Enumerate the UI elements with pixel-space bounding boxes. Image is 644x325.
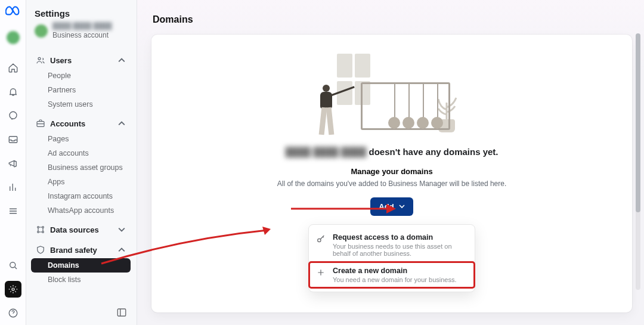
avatar[interactable] <box>7 31 20 44</box>
empty-state-subheading: Manage your domains <box>351 167 432 176</box>
sidebar-item-instagram-accounts[interactable]: Instagram accounts <box>31 189 131 203</box>
svg-point-3 <box>12 288 14 290</box>
svg-point-9 <box>38 231 39 233</box>
page-title: Domains <box>153 14 632 25</box>
domains-card: ████ ████ ████ doesn't have any domains … <box>151 35 632 312</box>
empty-state-title: ████ ████ ████ doesn't have any domains … <box>285 147 498 157</box>
briefcase-icon <box>36 119 45 128</box>
sidebar-group-label: Accounts <box>50 119 85 128</box>
bars-icon[interactable] <box>7 181 19 193</box>
settings-icon[interactable] <box>5 281 21 298</box>
chat-icon[interactable] <box>7 110 19 122</box>
key-icon <box>316 234 327 245</box>
empty-state-desc: All of the domains you've added to Busin… <box>277 179 507 188</box>
megaphone-icon[interactable] <box>7 157 19 169</box>
sidebar-group-users[interactable]: Users <box>31 52 131 69</box>
empty-state-illustration <box>314 51 469 135</box>
plus-icon <box>316 268 327 278</box>
business-switcher[interactable]: ████ ████ ████ Business account <box>31 21 131 48</box>
menu-icon[interactable] <box>7 205 19 217</box>
sidebar-group-label: Brand safety <box>50 246 97 255</box>
chevron-icon <box>117 246 126 254</box>
svg-point-12 <box>318 239 321 242</box>
sidebar-group-data-sources[interactable]: Data sources <box>31 221 131 238</box>
add-button[interactable]: Add <box>370 197 413 216</box>
scrollbar[interactable] <box>636 33 640 290</box>
sidebar-title: Settings <box>35 8 70 18</box>
svg-point-5 <box>38 57 41 60</box>
menu-item-title: Create a new domain <box>333 267 457 275</box>
sidebar-item-apps[interactable]: Apps <box>31 175 131 189</box>
shield-icon <box>36 245 45 255</box>
nav-rail <box>0 0 26 325</box>
users-icon <box>36 55 45 65</box>
inbox-icon[interactable] <box>7 134 19 146</box>
menu-item-create-domain[interactable]: Create a new domainYou need a new domain… <box>309 262 475 288</box>
sidebar-group-label: Users <box>50 56 72 65</box>
chevron-icon <box>117 119 126 128</box>
sidebar-item-people[interactable]: People <box>31 69 131 83</box>
bell-icon[interactable] <box>7 86 19 98</box>
sidebar-group-brand-safety[interactable]: Brand safety <box>31 242 131 258</box>
datasource-icon <box>36 225 45 234</box>
sidebar-group-accounts[interactable]: Accounts <box>31 115 131 132</box>
help-icon[interactable] <box>7 307 19 319</box>
sidebar: Settings ████ ████ ████ Business account… <box>26 0 137 325</box>
menu-item-desc: Your business needs to use this asset on… <box>333 243 464 257</box>
menu-item-title: Request access to a domain <box>333 233 464 242</box>
svg-point-0 <box>10 112 17 119</box>
business-type: Business account <box>52 31 109 39</box>
svg-point-8 <box>42 227 44 228</box>
svg-point-7 <box>38 227 39 228</box>
business-avatar <box>35 24 48 38</box>
chevron-icon <box>117 56 126 64</box>
menu-item-desc: You need a new domain for your business. <box>333 276 457 283</box>
sidebar-item-ad-accounts[interactable]: Ad accounts <box>31 146 131 160</box>
sidebar-group-label: Data sources <box>50 225 99 234</box>
sidebar-item-whatsapp-accounts[interactable]: WhatsApp accounts <box>31 203 131 218</box>
home-icon[interactable] <box>7 62 19 74</box>
sidebar-item-partners[interactable]: Partners <box>31 83 131 97</box>
sidebar-item-pages[interactable]: Pages <box>31 132 131 146</box>
sidebar-item-block-lists[interactable]: Block lists <box>31 273 131 287</box>
business-name: ████ ████ ████ <box>52 22 112 29</box>
svg-rect-1 <box>9 137 17 143</box>
chevron-icon <box>117 225 126 234</box>
svg-point-2 <box>10 262 15 268</box>
menu-item-request-access[interactable]: Request access to a domainYour business … <box>309 228 475 262</box>
add-dropdown: Request access to a domainYour business … <box>308 224 475 292</box>
search-icon[interactable] <box>7 259 19 271</box>
collapse-panel-icon[interactable] <box>116 307 128 319</box>
main-content: Domains <box>137 0 644 325</box>
svg-rect-11 <box>117 309 126 316</box>
add-button-label: Add <box>379 202 394 211</box>
chevron-down-icon <box>399 202 405 211</box>
svg-point-10 <box>42 231 44 233</box>
meta-logo <box>5 6 21 21</box>
sidebar-item-system-users[interactable]: System users <box>31 97 131 112</box>
sidebar-item-business-asset-groups[interactable]: Business asset groups <box>31 160 131 175</box>
sidebar-item-domains[interactable]: Domains <box>31 258 131 273</box>
